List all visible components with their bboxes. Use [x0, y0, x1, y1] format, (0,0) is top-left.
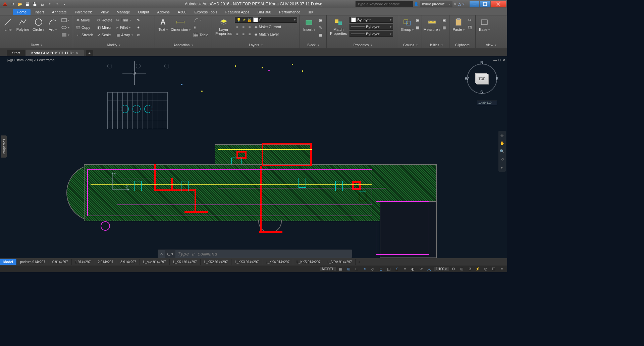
vp-max-icon[interactable]: ☐: [498, 58, 501, 62]
customize-icon[interactable]: ≡: [498, 266, 505, 272]
insert-button[interactable]: Insert: [302, 17, 316, 32]
select-all-icon[interactable]: ▣: [441, 17, 447, 23]
match-layer-button[interactable]: ◈Match Layer: [253, 31, 280, 38]
tab-view[interactable]: View: [97, 9, 113, 15]
lineweight-dropdown[interactable]: ByLayer▾: [350, 24, 393, 30]
gear-icon[interactable]: ⚙: [450, 266, 457, 272]
linetype-dropdown[interactable]: ByLayer▾: [350, 31, 393, 37]
zoom-icon[interactable]: 🔍: [499, 148, 505, 154]
close-tab-icon[interactable]: ✕: [76, 51, 78, 55]
layer-tool6-icon[interactable]: ≡: [247, 31, 252, 38]
saveas-icon[interactable]: 💾: [32, 1, 38, 7]
copy-clip-icon[interactable]: ⿻: [467, 24, 473, 31]
layout-model[interactable]: Model: [0, 259, 17, 265]
quick-calc-icon[interactable]: ▦: [441, 24, 447, 31]
group-button[interactable]: Group: [401, 17, 413, 32]
layout-tab[interactable]: L_KK5 914x297: [293, 259, 324, 265]
viewcube-e[interactable]: E: [496, 76, 498, 81]
orbit-icon[interactable]: ⟲: [499, 156, 505, 162]
help-icon[interactable]: ?: [462, 2, 464, 6]
text-button[interactable]: AText: [157, 17, 169, 32]
layout-tab[interactable]: L_KK4 914x297: [262, 259, 293, 265]
hatch-icon[interactable]: ▾: [60, 32, 71, 38]
line-button[interactable]: Line: [2, 17, 14, 32]
signin-icon[interactable]: 👤: [414, 2, 419, 6]
base-button[interactable]: Base: [478, 17, 491, 32]
exchange-icon[interactable]: ✕: [454, 2, 457, 6]
plot-icon[interactable]: 🖨: [39, 1, 46, 7]
undo-icon[interactable]: ↶: [46, 1, 53, 7]
trim-button[interactable]: ✂Trim▾: [115, 17, 134, 23]
erase-icon[interactable]: ✎: [136, 17, 141, 23]
edit-block-icon[interactable]: ✎: [318, 24, 324, 31]
user-chip[interactable]: mirko.jurcevic...▾: [420, 1, 452, 7]
lineweight-icon[interactable]: ≡: [401, 266, 408, 272]
a360-icon[interactable]: △: [458, 2, 461, 6]
tab-home[interactable]: Home: [13, 9, 31, 15]
polyline-button[interactable]: Polyline: [15, 17, 30, 32]
stretch-button[interactable]: ↔Stretch: [75, 32, 95, 38]
add-tab-button[interactable]: +: [86, 50, 93, 56]
new-icon[interactable]: 🗋: [9, 1, 16, 7]
panel-layers-label[interactable]: Layers: [212, 42, 300, 48]
panel-clipboard-label[interactable]: Clipboard: [449, 42, 475, 48]
copy-button[interactable]: ⿻Copy: [75, 24, 95, 31]
dimension-button[interactable]: Dimension: [170, 17, 191, 32]
polar-icon[interactable]: ✴: [361, 266, 368, 272]
tab-manage[interactable]: Manage: [113, 9, 134, 15]
measure-button[interactable]: Measure: [424, 17, 440, 32]
tab-performance[interactable]: Performance: [275, 9, 304, 15]
vp-close-icon[interactable]: ✕: [502, 58, 505, 62]
tab-annotate[interactable]: Annotate: [48, 9, 71, 15]
tab-bim360[interactable]: BIM 360: [253, 9, 275, 15]
clean-icon[interactable]: ☐: [490, 266, 497, 272]
arc-button[interactable]: Arc: [47, 17, 59, 32]
transparency-icon[interactable]: ◐: [410, 266, 416, 272]
cut-icon[interactable]: ✂: [467, 17, 473, 23]
block-attr-icon[interactable]: ▦: [318, 32, 324, 38]
ungroup-icon[interactable]: ▣: [415, 17, 421, 23]
layer-tool4-icon[interactable]: ≡: [235, 31, 239, 38]
viewcube[interactable]: TOP N S E W: [467, 60, 497, 97]
command-line[interactable]: ✕ ›_ ▾: [158, 249, 352, 258]
model-space-button[interactable]: MODEL: [320, 267, 336, 271]
layer-tool5-icon[interactable]: ≡: [241, 31, 246, 38]
leader-icon[interactable]: ▾: [192, 17, 210, 23]
ws-icon[interactable]: ⊞: [458, 266, 465, 272]
viewcube-s[interactable]: S: [480, 90, 483, 95]
showmotion-icon[interactable]: ▸: [499, 164, 505, 170]
add-layout-button[interactable]: +: [356, 260, 362, 264]
minimize-button[interactable]: [470, 1, 479, 7]
panel-properties-label[interactable]: Properties: [327, 42, 399, 48]
tab-featured[interactable]: Featured Apps: [221, 9, 254, 15]
maximize-button[interactable]: [480, 1, 490, 7]
scale-button[interactable]: ⤢Scale: [96, 32, 114, 38]
qat-dropdown-icon[interactable]: ▾: [61, 1, 68, 7]
mirror-button[interactable]: ◧Mirror: [96, 24, 114, 31]
hardware-icon[interactable]: ⚡: [474, 266, 481, 272]
redo-icon[interactable]: ↷: [54, 1, 60, 7]
fillet-button[interactable]: ⌐Fillet▾: [115, 24, 134, 31]
tab-more-icon[interactable]: ▣▾: [304, 9, 318, 15]
properties-palette-tab[interactable]: Properties: [1, 135, 7, 158]
cmd-close-icon[interactable]: ✕: [158, 252, 165, 256]
scale-display[interactable]: 1:100 ▾: [434, 267, 449, 271]
offset-icon[interactable]: ⊂: [136, 32, 141, 38]
monitor-icon[interactable]: 🖥: [466, 266, 473, 272]
explode-icon[interactable]: ✦: [136, 24, 141, 31]
layer-tool3-icon[interactable]: ≡: [247, 23, 252, 30]
open-icon[interactable]: 📂: [17, 1, 23, 7]
layer-dropdown[interactable]: 💡 ☀ 🔓 0 ▾: [235, 17, 297, 23]
layout-tab[interactable]: L_sve 914x297: [140, 259, 170, 265]
ellipse-icon[interactable]: ▾: [60, 24, 71, 31]
panel-utilities-label[interactable]: Utilities: [422, 42, 449, 48]
tab-insert[interactable]: Insert: [31, 9, 48, 15]
panel-groups-label[interactable]: Groups: [399, 42, 422, 48]
rotate-button[interactable]: ⟳Rotate: [96, 17, 114, 23]
drawing-canvas[interactable]: [–][Custom View][2D Wireframe] Propertie…: [0, 57, 507, 258]
tab-parametric[interactable]: Parametric: [71, 9, 97, 15]
make-current-button[interactable]: ◈Make Current: [253, 23, 282, 30]
panel-draw-label[interactable]: Draw: [0, 42, 73, 48]
move-button[interactable]: ✥Move: [75, 17, 95, 23]
layer-properties-button[interactable]: Layer Properties: [214, 17, 233, 36]
